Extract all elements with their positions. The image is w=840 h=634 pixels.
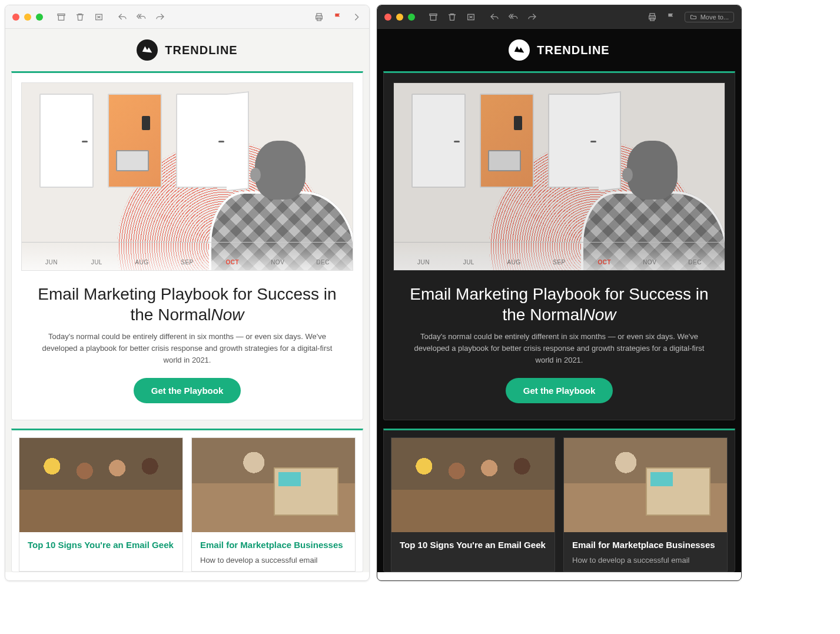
trash-icon[interactable] — [447, 12, 457, 22]
timeline-month: OCT — [210, 259, 255, 265]
timeline-month: SEP — [165, 259, 210, 265]
laptop-icon — [116, 150, 149, 171]
hero-title-italic: Now — [211, 306, 244, 324]
article-card-1[interactable]: Top 10 Signs You're an Email Geek — [19, 437, 183, 571]
svg-rect-7 — [430, 15, 436, 20]
timeline-month: DEC — [672, 259, 718, 265]
brand-header: TRENDLINE — [377, 29, 741, 71]
hero-title-text: Email Marketing Playbook for Success in … — [38, 285, 336, 324]
traffic-lights — [384, 14, 415, 21]
timeline-month: JUL — [74, 259, 119, 265]
toolbar-right: Move to... — [647, 12, 734, 22]
hero-description: Today's normal could be entirely differe… — [39, 331, 336, 366]
toolbar-left — [56, 12, 104, 22]
cards-section: Top 10 Signs You're an Email Geek Email … — [11, 429, 363, 572]
move-to-label: Move to... — [700, 14, 729, 21]
brand-logo-icon — [137, 39, 158, 61]
timeline-month: OCT — [582, 259, 627, 265]
card-2-image — [192, 438, 355, 532]
card-2-box-graphic — [274, 467, 338, 516]
maximize-window-button[interactable] — [36, 14, 43, 21]
traffic-lights — [12, 14, 43, 21]
hero-section: JUNJULAUGSEPOCTNOVDEC Email Marketing Pl… — [11, 71, 363, 420]
close-window-button[interactable] — [12, 14, 19, 21]
minimize-window-button[interactable] — [24, 14, 31, 21]
laptop-icon — [488, 150, 521, 171]
flag-icon[interactable] — [333, 12, 343, 22]
hero-timeline: JUNJULAUGSEPOCTNOVDEC — [394, 242, 725, 270]
expand-icon[interactable] — [351, 12, 362, 22]
email-client-light-window: TRENDLINE — [5, 5, 370, 581]
toolbar-reply-group — [117, 12, 165, 22]
card-1-image — [391, 438, 555, 532]
hero-image: JUNJULAUGSEPOCTNOVDEC — [393, 82, 725, 271]
close-window-button[interactable] — [384, 14, 391, 21]
card-2-box-graphic — [646, 467, 710, 516]
trash-icon[interactable] — [75, 12, 85, 22]
card-2-description: How to develop a successful email — [572, 555, 719, 566]
timeline-month: JUN — [401, 259, 446, 265]
hero-description: Today's normal could be entirely differe… — [411, 331, 708, 366]
maximize-window-button[interactable] — [408, 14, 415, 21]
hero-section: JUNJULAUGSEPOCTNOVDEC Email Marketing Pl… — [383, 71, 735, 420]
hero-title: Email Marketing Playbook for Success in … — [29, 284, 345, 325]
door-1 — [39, 94, 94, 188]
junk-icon[interactable] — [94, 12, 104, 22]
door-2 — [108, 94, 162, 188]
hero-title-text: Email Marketing Playbook for Success in … — [410, 285, 708, 324]
card-2-title: Email for Marketplace Businesses — [572, 539, 719, 551]
reply-all-icon[interactable] — [508, 12, 519, 22]
get-playbook-button[interactable]: Get the Playbook — [134, 378, 241, 403]
phone-icon — [514, 116, 522, 130]
timeline-month: NOV — [627, 259, 672, 265]
reply-icon[interactable] — [489, 12, 500, 22]
card-2-image — [564, 438, 727, 532]
junk-icon[interactable] — [466, 12, 476, 22]
cards-section: Top 10 Signs You're an Email Geek Email … — [383, 429, 735, 572]
svg-rect-1 — [58, 15, 64, 20]
timeline-month: AUG — [119, 259, 165, 265]
titlebar — [5, 5, 369, 29]
reply-all-icon[interactable] — [136, 12, 147, 22]
forward-icon[interactable] — [155, 12, 165, 22]
flag-icon[interactable] — [666, 12, 676, 22]
get-playbook-button[interactable]: Get the Playbook — [506, 378, 613, 403]
move-to-button[interactable]: Move to... — [685, 12, 734, 22]
print-icon[interactable] — [647, 12, 658, 22]
hero-title-italic: Now — [583, 306, 616, 324]
timeline-month: JUN — [29, 259, 74, 265]
brand-name: TRENDLINE — [165, 44, 237, 57]
door-2 — [480, 94, 534, 188]
timeline-month: AUG — [492, 259, 537, 265]
hero-image: JUNJULAUGSEPOCTNOVDEC — [21, 82, 353, 271]
timeline-month: SEP — [537, 259, 582, 265]
print-icon[interactable] — [314, 12, 324, 22]
article-card-2[interactable]: Email for Marketplace Businesses How to … — [191, 437, 356, 571]
hero-graphic-doors — [39, 94, 230, 188]
card-1-title: Top 10 Signs You're an Email Geek — [400, 539, 546, 551]
email-body: TRENDLINE — [5, 29, 369, 572]
article-card-1[interactable]: Top 10 Signs You're an Email Geek — [391, 437, 555, 571]
email-body: TRENDLINE — [377, 29, 741, 572]
hero-title: Email Marketing Playbook for Success in … — [401, 284, 717, 325]
card-2-title: Email for Marketplace Businesses — [200, 539, 347, 551]
archive-icon[interactable] — [56, 12, 67, 22]
timeline-month: NOV — [255, 259, 300, 265]
card-2-description: How to develop a successful email — [200, 555, 347, 566]
brand-name: TRENDLINE — [537, 44, 609, 57]
folder-icon — [690, 14, 697, 21]
toolbar-right — [314, 12, 362, 22]
forward-icon[interactable] — [527, 12, 537, 22]
hero-timeline: JUNJULAUGSEPOCTNOVDEC — [22, 242, 353, 270]
card-1-title: Top 10 Signs You're an Email Geek — [28, 539, 174, 551]
titlebar: Move to... — [377, 5, 741, 29]
card-1-image — [19, 438, 182, 532]
toolbar-reply-group — [489, 12, 537, 22]
brand-logo-icon — [509, 39, 530, 61]
hero-graphic-doors — [411, 94, 602, 188]
reply-icon[interactable] — [117, 12, 128, 22]
article-card-2[interactable]: Email for Marketplace Businesses How to … — [563, 437, 728, 571]
minimize-window-button[interactable] — [396, 14, 403, 21]
email-client-dark-window: Move to... TRENDLINE — [377, 5, 742, 581]
archive-icon[interactable] — [428, 12, 439, 22]
